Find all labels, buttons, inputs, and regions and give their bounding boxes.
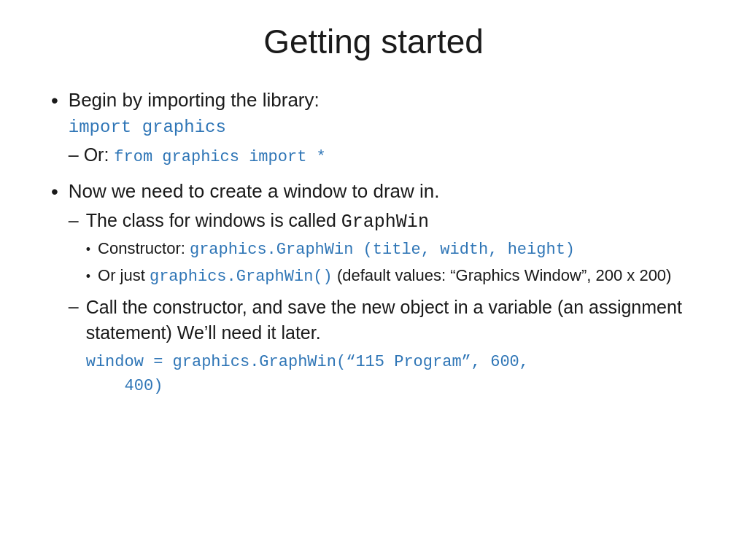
bullet-2-content: Now we need to create a window to draw i… <box>69 179 703 400</box>
bullet-2-dot: • <box>51 179 58 205</box>
graphwin-default-code: graphics.GraphWin() <box>150 268 333 286</box>
bullet-1-content: Begin by importing the library: import g… <box>69 88 703 168</box>
constructor-label: Constructor: <box>98 239 190 257</box>
graphwin-constructor-code: graphics.GraphWin (title, width, height) <box>190 241 575 259</box>
bullet-1: • Begin by importing the library: import… <box>51 88 703 168</box>
or-just-label: Or just <box>98 266 150 284</box>
import-graphics-code: import graphics <box>69 116 703 139</box>
sub-item-1: – The class for windows is called GraphW… <box>69 209 703 291</box>
sub-item-2: – Call the constructor, and save the new… <box>69 295 703 398</box>
from-graphics-import-code: from graphics import * <box>114 148 325 166</box>
sub-sub-list: • Constructor: graphics.GraphWin (title,… <box>86 238 703 289</box>
dash-1: – <box>69 209 79 233</box>
sub-sub-item-2-content: Or just graphics.GraphWin() (default val… <box>98 265 703 289</box>
slide-content: • Begin by importing the library: import… <box>44 88 703 538</box>
sub-sub-item-2: • Or just graphics.GraphWin() (default v… <box>86 265 703 289</box>
sub-sub-item-1-content: Constructor: graphics.GraphWin (title, w… <box>98 238 703 262</box>
sub-list: – The class for windows is called GraphW… <box>69 209 703 397</box>
default-values-text: (default values: “Graphics Window”, 200 … <box>333 266 672 284</box>
slide-title: Getting started <box>44 22 703 61</box>
call-constructor-text: Call the constructor, and save the new o… <box>86 297 682 343</box>
window-assignment-code: window = graphics.GraphWin(“115 Program”… <box>86 350 703 398</box>
sub-item-1-content: The class for windows is called GraphWin… <box>86 209 703 291</box>
bullet-2-text: Now we need to create a window to draw i… <box>69 180 440 202</box>
dash-2: – <box>69 295 79 319</box>
bullet-2: • Now we need to create a window to draw… <box>51 179 703 400</box>
sub-sub-bullet-1: • <box>86 241 90 259</box>
sub-item-2-content: Call the constructor, and save the new o… <box>86 295 703 398</box>
sub-sub-bullet-2: • <box>86 268 90 286</box>
or-prefix: – Or: <box>69 144 115 165</box>
bullet-1-text: Begin by importing the library: <box>69 89 320 111</box>
graphwin-class-name: GraphWin <box>341 211 429 233</box>
graphwin-text-prefix: The class for windows is called <box>86 210 341 230</box>
main-list: • Begin by importing the library: import… <box>51 88 703 401</box>
bullet-1-dot: • <box>51 88 58 114</box>
sub-sub-item-1: • Constructor: graphics.GraphWin (title,… <box>86 238 703 262</box>
or-line: – Or: from graphics import * <box>69 144 326 165</box>
